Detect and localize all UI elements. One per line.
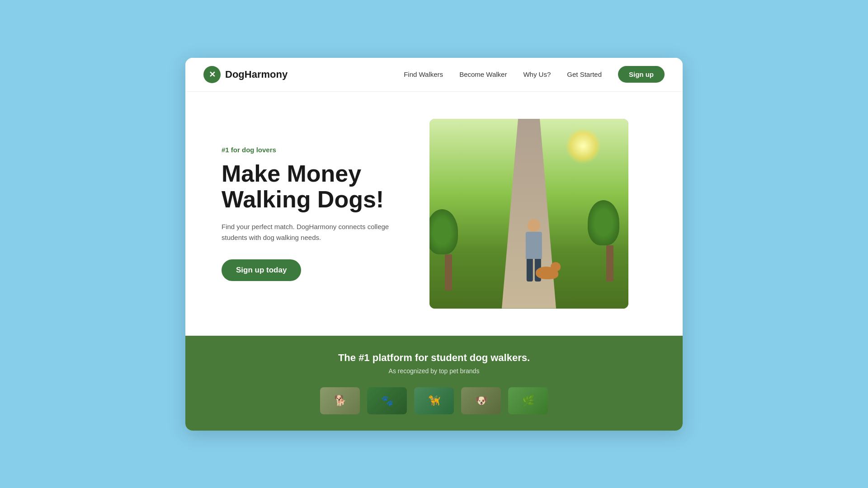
- dog-head: [551, 262, 561, 271]
- person-leg-left: [527, 259, 533, 282]
- logo-area[interactable]: ✕ DogHarmony: [203, 66, 288, 83]
- brand-icon-3: 🦮: [428, 395, 440, 407]
- cta-signup-button[interactable]: Sign up today: [222, 259, 301, 281]
- scene: [429, 119, 628, 309]
- hero-content: #1 for dog lovers Make Money Walking Dog…: [222, 146, 411, 281]
- banner-title: The #1 platform for student dog walkers.: [203, 352, 665, 364]
- navbar: ✕ DogHarmony Find Walkers Become Walker …: [185, 58, 683, 92]
- logo-icon: ✕: [203, 66, 221, 83]
- hero-tag: #1 for dog lovers: [222, 146, 411, 154]
- brand-logo-1: 🐕: [320, 387, 360, 414]
- brand-logo-5: 🌿: [508, 387, 548, 414]
- brand-icon-1: 🐕: [334, 395, 346, 407]
- brand-icon-2: 🐾: [381, 395, 393, 407]
- nav-get-started[interactable]: Get Started: [567, 70, 602, 78]
- tree-leaves-right: [588, 200, 619, 245]
- tree-trunk-right: [606, 245, 613, 282]
- tree-trunk-left: [445, 254, 452, 291]
- scene-dog: [536, 267, 558, 284]
- nav-links: Find Walkers Become Walker Why Us? Get S…: [404, 66, 665, 83]
- sun-decoration: [565, 128, 601, 164]
- hero-image-area: [429, 119, 628, 309]
- brand-logos: 🐕 🐾 🦮 🐶 🌿: [203, 387, 665, 414]
- logo-text: DogHarmony: [225, 69, 288, 80]
- brand-logo-2: 🐾: [367, 387, 407, 414]
- browser-window: ✕ DogHarmony Find Walkers Become Walker …: [185, 58, 683, 431]
- hero-title: Make Money Walking Dogs!: [222, 161, 411, 212]
- bottom-banner: The #1 platform for student dog walkers.…: [185, 336, 683, 431]
- person-head: [528, 219, 540, 232]
- brand-icon-4: 🐶: [475, 395, 487, 407]
- hero-image: [429, 119, 628, 309]
- nav-signup-button[interactable]: Sign up: [618, 66, 665, 83]
- brand-logo-4: 🐶: [461, 387, 501, 414]
- hero-section: #1 for dog lovers Make Money Walking Dog…: [185, 92, 683, 336]
- brand-icon-5: 🌿: [522, 395, 534, 407]
- tree-leaves-left: [429, 209, 458, 254]
- nav-become-walker[interactable]: Become Walker: [459, 70, 507, 78]
- nav-why-us[interactable]: Why Us?: [523, 70, 551, 78]
- brand-logo-3: 🦮: [414, 387, 454, 414]
- banner-subtitle: As recognized by top pet brands: [203, 367, 665, 375]
- person-body: [526, 232, 542, 259]
- hero-description: Find your perfect match. DogHarmony conn…: [222, 221, 411, 243]
- tree-left: [439, 209, 458, 291]
- tree-right: [600, 200, 619, 282]
- nav-find-walkers[interactable]: Find Walkers: [404, 70, 443, 78]
